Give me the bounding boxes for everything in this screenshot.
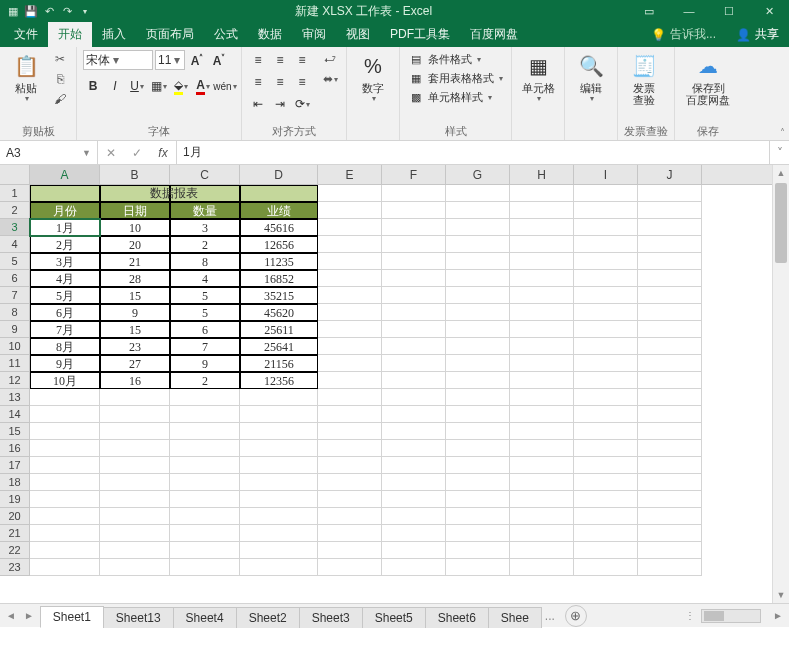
cell-D20[interactable] [240,508,318,525]
tab-review[interactable]: 审阅 [292,22,336,47]
cell-D7[interactable]: 35215 [240,287,318,304]
cell-D3[interactable]: 45616 [240,219,318,236]
cell-H7[interactable] [510,287,574,304]
cell-C14[interactable] [170,406,240,423]
paste-button[interactable]: 📋 粘贴 ▾ [6,50,46,105]
cell-G11[interactable] [446,355,510,372]
cell-J4[interactable] [638,236,702,253]
cell-A23[interactable] [30,559,100,576]
cell-I21[interactable] [574,525,638,542]
cell-A21[interactable] [30,525,100,542]
row-header[interactable]: 21 [0,525,30,542]
cell-C17[interactable] [170,457,240,474]
cell-A20[interactable] [30,508,100,525]
cell-C16[interactable] [170,440,240,457]
row-header[interactable]: 9 [0,321,30,338]
cell-A14[interactable] [30,406,100,423]
column-header-G[interactable]: G [446,165,510,184]
cell-B3[interactable]: 10 [100,219,170,236]
cell-G1[interactable] [446,185,510,202]
cell-B6[interactable]: 28 [100,270,170,287]
cell-J14[interactable] [638,406,702,423]
cell-B12[interactable]: 16 [100,372,170,389]
editing-button[interactable]: 🔍 编辑 ▾ [571,50,611,105]
vertical-scrollbar[interactable]: ▲ ▼ [772,165,789,603]
cell-F5[interactable] [382,253,446,270]
cell-J10[interactable] [638,338,702,355]
cell-E21[interactable] [318,525,382,542]
cell-H6[interactable] [510,270,574,287]
cell-C10[interactable]: 7 [170,338,240,355]
cell-A8[interactable]: 6月 [30,304,100,321]
cell-I1[interactable] [574,185,638,202]
cell-G5[interactable] [446,253,510,270]
cell-E10[interactable] [318,338,382,355]
cell-C8[interactable]: 5 [170,304,240,321]
row-header[interactable]: 12 [0,372,30,389]
sheet-more[interactable]: ... [541,609,559,623]
cell-H20[interactable] [510,508,574,525]
cell-C6[interactable]: 4 [170,270,240,287]
cell-B10[interactable]: 23 [100,338,170,355]
cell-E6[interactable] [318,270,382,287]
cell-E22[interactable] [318,542,382,559]
row-header[interactable]: 17 [0,457,30,474]
sheet-tab[interactable]: Sheet6 [425,607,489,628]
cell-C7[interactable]: 5 [170,287,240,304]
column-header-A[interactable]: A [30,165,100,184]
cell-I12[interactable] [574,372,638,389]
cell-C11[interactable]: 9 [170,355,240,372]
cell-F22[interactable] [382,542,446,559]
font-name-combo[interactable]: 宋体▾ [83,50,153,70]
cell-E20[interactable] [318,508,382,525]
cell-G15[interactable] [446,423,510,440]
cancel-formula-button[interactable]: ✕ [98,146,124,160]
cell-I14[interactable] [574,406,638,423]
number-format-button[interactable]: % 数字 ▾ [353,50,393,105]
cell-D4[interactable]: 12656 [240,236,318,253]
cell-F15[interactable] [382,423,446,440]
cell-C20[interactable] [170,508,240,525]
column-header-J[interactable]: J [638,165,702,184]
cell-B9[interactable]: 15 [100,321,170,338]
cell-A22[interactable] [30,542,100,559]
copy-button[interactable]: ⎘ [50,70,70,88]
cell-H11[interactable] [510,355,574,372]
cell-D18[interactable] [240,474,318,491]
font-color-button[interactable]: A▾ [193,76,213,96]
cell-G14[interactable] [446,406,510,423]
cell-C15[interactable] [170,423,240,440]
cell-D11[interactable]: 21156 [240,355,318,372]
close-button[interactable]: ✕ [749,0,789,22]
sheet-tab[interactable]: Sheet5 [362,607,426,628]
column-header-F[interactable]: F [382,165,446,184]
cell-G8[interactable] [446,304,510,321]
row-header[interactable]: 13 [0,389,30,406]
cell-J17[interactable] [638,457,702,474]
orientation-button[interactable]: ⟳▾ [292,94,312,114]
cell-G20[interactable] [446,508,510,525]
cell-J22[interactable] [638,542,702,559]
cell-A13[interactable] [30,389,100,406]
cell-I4[interactable] [574,236,638,253]
cell-E17[interactable] [318,457,382,474]
cell-G6[interactable] [446,270,510,287]
cell-H21[interactable] [510,525,574,542]
cell-A4[interactable]: 2月 [30,236,100,253]
row-header[interactable]: 3 [0,219,30,236]
cell-D2[interactable]: 业绩 [240,202,318,219]
fill-color-button[interactable]: ⬙▾ [171,76,191,96]
cell-I16[interactable] [574,440,638,457]
cell-D22[interactable] [240,542,318,559]
cell-G2[interactable] [446,202,510,219]
row-header[interactable]: 1 [0,185,30,202]
format-as-table-button[interactable]: ▦套用表格格式▾ [406,69,505,87]
cell-B2[interactable]: 日期 [100,202,170,219]
row-header[interactable]: 18 [0,474,30,491]
cell-H17[interactable] [510,457,574,474]
save-icon[interactable]: 💾 [24,4,38,18]
row-header[interactable]: 23 [0,559,30,576]
merge-button[interactable]: ⬌▾ [320,70,340,88]
cell-F7[interactable] [382,287,446,304]
cell-B11[interactable]: 27 [100,355,170,372]
